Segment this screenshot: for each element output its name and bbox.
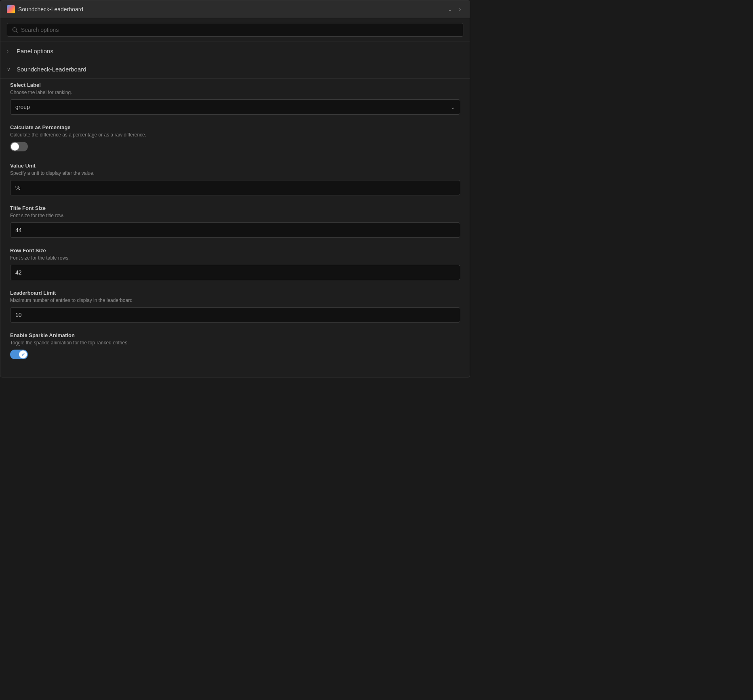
value-unit-title: Value Unit (10, 163, 460, 169)
content: › Panel options ∨ Soundcheck-Leaderboard… (0, 42, 470, 377)
select-label-input[interactable]: group (10, 99, 460, 115)
calculate-percentage-group: Calculate as Percentage Calculate the di… (10, 124, 460, 153)
calculate-percentage-description: Calculate the difference as a percentage… (10, 132, 460, 138)
row-font-size-description: Font size for the table rows. (10, 255, 460, 261)
title-font-size-title: Title Font Size (10, 205, 460, 211)
calculate-percentage-slider (10, 142, 28, 151)
sparkle-animation-toggle[interactable]: ✓ (10, 350, 28, 359)
title-font-size-input[interactable] (10, 222, 460, 238)
window-title: Soundcheck-Leaderboard (18, 6, 83, 13)
title-font-size-group: Title Font Size Font size for the title … (10, 205, 460, 238)
sparkle-animation-group: Enable Sparkle Animation Toggle the spar… (10, 332, 460, 361)
panel-options-chevron-right-icon: › (7, 48, 13, 54)
titlebar: Soundcheck-Leaderboard ⌄ › (0, 0, 470, 18)
leaderboard-limit-input[interactable] (10, 307, 460, 323)
value-unit-description: Specify a unit to display after the valu… (10, 170, 460, 176)
calculate-percentage-knob (11, 143, 19, 151)
select-label-wrapper: group ⌄ (10, 99, 460, 115)
soundcheck-section-title: Soundcheck-Leaderboard (17, 66, 86, 73)
search-input[interactable] (21, 27, 458, 33)
value-unit-input[interactable] (10, 180, 460, 195)
sparkle-animation-description: Toggle the sparkle animation for the top… (10, 340, 460, 346)
select-label-title: Select Label (10, 82, 460, 88)
sparkle-animation-title: Enable Sparkle Animation (10, 332, 460, 338)
calculate-percentage-title: Calculate as Percentage (10, 124, 460, 130)
section-body: Select Label Choose the label for rankin… (0, 79, 470, 377)
select-label-description: Choose the label for ranking. (10, 90, 460, 95)
titlebar-controls: ⌄ › (445, 4, 463, 14)
app-icon (7, 5, 15, 13)
value-unit-group: Value Unit Specify a unit to display aft… (10, 163, 460, 195)
search-bar (0, 18, 470, 42)
leaderboard-limit-title: Leaderboard Limit (10, 290, 460, 296)
select-label-group: Select Label Choose the label for rankin… (10, 82, 460, 115)
svg-line-1 (16, 31, 18, 33)
sparkle-animation-slider: ✓ (10, 350, 28, 359)
search-input-wrapper (7, 23, 463, 37)
leaderboard-limit-group: Leaderboard Limit Maximum number of entr… (10, 290, 460, 323)
row-font-size-input[interactable] (10, 265, 460, 280)
calculate-percentage-toggle[interactable] (10, 142, 28, 151)
toggle-check-icon: ✓ (21, 352, 25, 357)
soundcheck-chevron-down-icon: ∨ (7, 67, 13, 72)
search-icon (12, 27, 18, 33)
panel-options-title: Panel options (17, 48, 53, 54)
chevron-down-button[interactable]: ⌄ (445, 4, 455, 14)
panel-options-header[interactable]: › Panel options (0, 42, 470, 60)
soundcheck-section-header[interactable]: ∨ Soundcheck-Leaderboard (0, 60, 470, 79)
window: Soundcheck-Leaderboard ⌄ › › Panel optio… (0, 0, 470, 377)
chevron-right-button[interactable]: › (456, 4, 463, 14)
row-font-size-group: Row Font Size Font size for the table ro… (10, 247, 460, 280)
title-font-size-description: Font size for the title row. (10, 213, 460, 218)
row-font-size-title: Row Font Size (10, 247, 460, 254)
titlebar-left: Soundcheck-Leaderboard (7, 5, 83, 13)
sparkle-animation-knob: ✓ (19, 350, 27, 358)
leaderboard-limit-description: Maximum number of entries to display in … (10, 298, 460, 303)
